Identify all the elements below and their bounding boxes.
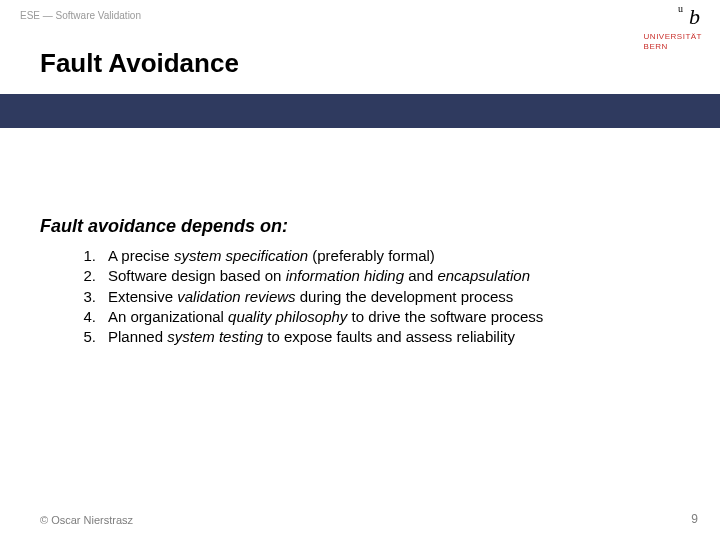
list-number: 4. [72,307,108,327]
university-logo: ub UNIVERSITÄTBERN [644,6,702,51]
list-text: An organizational quality philosophy to … [108,307,690,327]
list-item: 2. Software design based on information … [72,266,690,286]
logo-university-name: UNIVERSITÄTBERN [644,32,702,51]
list-text: Extensive validation reviews during the … [108,287,690,307]
list-number: 3. [72,287,108,307]
course-label: ESE — Software Validation [20,10,141,21]
list-text: A precise system specification (preferab… [108,246,690,266]
list-text: Software design based on information hid… [108,266,690,286]
slide-title: Fault Avoidance [40,48,239,79]
list-text: Planned system testing to expose faults … [108,327,690,347]
list-number: 2. [72,266,108,286]
list-item: 5. Planned system testing to expose faul… [72,327,690,347]
footer-copyright: © Oscar Nierstrasz [40,514,133,526]
logo-sup: u [678,3,683,14]
section-subhead: Fault avoidance depends on: [40,216,288,237]
logo-mark: ub [644,6,700,28]
list-item: 3. Extensive validation reviews during t… [72,287,690,307]
list-number: 5. [72,327,108,347]
numbered-list: 1. A precise system specification (prefe… [72,246,690,347]
title-band [0,94,720,128]
list-number: 1. [72,246,108,266]
list-item: 1. A precise system specification (prefe… [72,246,690,266]
page-number: 9 [691,512,698,526]
list-item: 4. An organizational quality philosophy … [72,307,690,327]
